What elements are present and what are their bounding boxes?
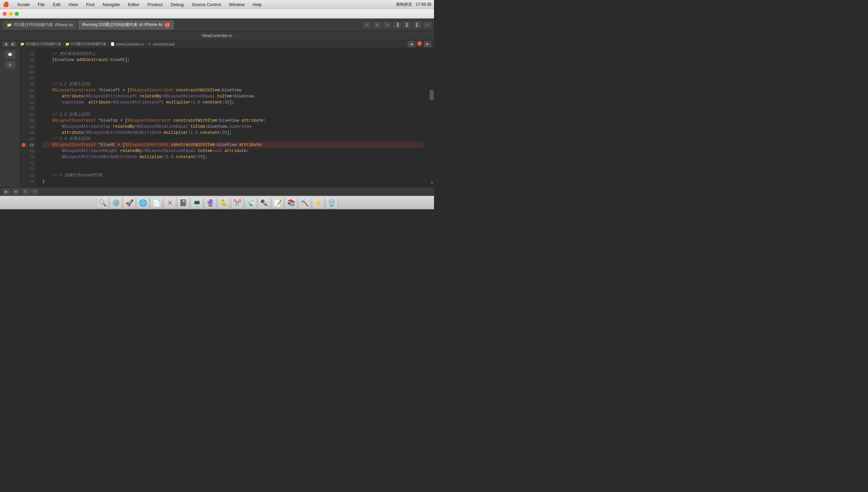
running-tab[interactable]: Running 010通过代码创建约束 on iPhone 4s ⚠ 1 bbox=[78, 20, 174, 30]
code-line-64: NSLayoutConstraint *blueTop = [NSLayoutC… bbox=[43, 118, 423, 124]
dock-wps[interactable]: 📝 bbox=[272, 197, 283, 208]
line-72: 72 bbox=[20, 166, 37, 172]
error-count: 1 bbox=[168, 23, 170, 27]
dock-documents[interactable]: 📄 bbox=[151, 197, 162, 208]
menubar: 🍎 Xcode File Edit View Find Navigate Edi… bbox=[0, 0, 434, 9]
line-70: 70 bbox=[20, 154, 37, 160]
jump-button[interactable]: ↪ bbox=[383, 22, 391, 28]
breadcrumb-method[interactable]: -viewDidLoad bbox=[152, 42, 175, 46]
dock-terminal[interactable]: 💻 bbox=[191, 197, 202, 208]
dock-onenote[interactable]: 📓 bbox=[178, 197, 189, 208]
line-63: 63 bbox=[20, 112, 37, 118]
dock-filezilla[interactable]: 📡 bbox=[245, 197, 256, 208]
right-scrollbar[interactable]: ⊕ bbox=[429, 48, 434, 187]
next-issue-button[interactable]: ▶ bbox=[424, 41, 431, 47]
dock-safari[interactable]: 🌐 bbox=[137, 197, 149, 208]
line-65: 65 bbox=[20, 124, 37, 130]
line-71: 71 bbox=[20, 160, 37, 166]
maximize-button[interactable] bbox=[15, 12, 19, 16]
code-line-62 bbox=[43, 105, 423, 112]
code-line-74: } bbox=[43, 178, 423, 184]
line-66: 66 bbox=[20, 130, 37, 136]
code-line-58: // 1.2 距离左边30 bbox=[43, 81, 423, 87]
code-content[interactable]: // 把约束添加到控件上 [blueView addConstraint:blu… bbox=[37, 48, 429, 187]
breadcrumb-bar: ◀ ▶ 📁 010通过代码创建约束 › 📁 010通过代码创建约束 › 📄 Vi… bbox=[0, 40, 434, 48]
editor-title: ViewController.m bbox=[202, 33, 232, 38]
dock-graphisoft[interactable]: ✂️ bbox=[231, 197, 243, 208]
nav-next-button[interactable]: ▶ bbox=[10, 42, 16, 47]
line-62: 62 bbox=[20, 105, 37, 112]
line-61: 61 bbox=[20, 99, 37, 105]
refresh-button[interactable]: ↻ bbox=[373, 22, 381, 28]
panel-center-button[interactable]: ▌ bbox=[404, 22, 411, 28]
code-line-72 bbox=[43, 166, 423, 172]
minimize-button[interactable] bbox=[9, 12, 13, 16]
code-line-69: NSLayoutAttributeHeight relatedBy:NSLayo… bbox=[43, 148, 423, 154]
menu-editor[interactable]: Editor bbox=[127, 1, 141, 8]
breadcrumb-folder[interactable]: 010通过代码创建约束 bbox=[71, 42, 106, 47]
device-name: iPhone 4s bbox=[55, 23, 73, 27]
folder-icon-2: 📁 bbox=[65, 42, 69, 46]
dock-python[interactable]: 🐍 bbox=[218, 197, 229, 208]
scrollbar-thumb[interactable] bbox=[430, 90, 434, 100]
tabbar: 📁 010通过代码创建约束 iPhone 4s Running 010通过代码创… bbox=[0, 19, 434, 31]
structure-button[interactable]: ≡ bbox=[363, 22, 371, 28]
menu-debug[interactable]: Debug bbox=[170, 1, 185, 8]
menu-file[interactable]: File bbox=[36, 1, 46, 8]
project-tab[interactable]: 📁 010通过代码创建约束 iPhone 4s bbox=[3, 20, 77, 30]
main-content: 💬 ⊞ 53 54 55 56 57 58 59 60 61 62 63 64 … bbox=[0, 48, 434, 187]
menu-find[interactable]: Find bbox=[84, 1, 96, 8]
run-button[interactable]: ▶ bbox=[3, 189, 10, 195]
panel-left-button[interactable]: ▐ bbox=[394, 22, 401, 28]
breadcrumb-file[interactable]: ViewController.m bbox=[116, 42, 144, 46]
code-line-60: attribute:NSLayoutAttributeLeft relatedB… bbox=[43, 93, 423, 99]
breadcrumb-project[interactable]: 010通过代码创建约束 bbox=[26, 42, 61, 47]
close-button[interactable] bbox=[3, 12, 7, 16]
folder-icon: 📁 bbox=[20, 42, 24, 46]
input-method: 搜狗拼音 bbox=[396, 2, 412, 7]
line-67: 67 bbox=[20, 136, 37, 142]
console-button[interactable]: 💬 bbox=[5, 51, 15, 58]
panel-right-button[interactable]: ▌ bbox=[414, 22, 421, 28]
code-line-67: // 1.4 距离右边30 bbox=[43, 136, 423, 142]
dock-xmark[interactable]: ✕ bbox=[164, 197, 176, 208]
menu-xcode[interactable]: Xcode bbox=[16, 1, 31, 8]
prev-issue-button[interactable]: ◀ bbox=[408, 41, 415, 47]
dock-system-prefs[interactable]: ⚙️ bbox=[110, 197, 122, 208]
dock-dict[interactable]: 📚 bbox=[286, 197, 297, 208]
step-button[interactable]: ↷ bbox=[31, 189, 39, 195]
method-icon: ⚙ bbox=[148, 42, 151, 46]
breadcrumb-sep-1: › bbox=[63, 42, 64, 46]
add-editor-button[interactable]: + bbox=[424, 22, 431, 28]
window-chrome bbox=[0, 9, 434, 19]
menu-edit[interactable]: Edit bbox=[52, 1, 62, 8]
menu-navigate[interactable]: Navigate bbox=[101, 1, 121, 8]
menu-source-control[interactable]: Source Control bbox=[190, 1, 222, 8]
bottom-toolbar: ▶ ■ ⏸ ↷ bbox=[0, 187, 434, 196]
dock-vector[interactable]: ✒️ bbox=[258, 197, 270, 208]
dock-trash[interactable]: 🗑️ bbox=[326, 197, 337, 208]
menu-view[interactable]: View bbox=[67, 1, 79, 8]
line-58: 58 bbox=[20, 81, 37, 87]
apple-menu[interactable]: 🍎 bbox=[3, 1, 9, 7]
breadcrumb-sep-2: › bbox=[108, 42, 109, 46]
menu-product[interactable]: Product bbox=[146, 1, 164, 8]
nav-prev-button[interactable]: ◀ bbox=[3, 42, 9, 47]
editor-area: 53 54 55 56 57 58 59 60 61 62 63 64 65 6… bbox=[20, 48, 434, 187]
dock-transmit[interactable]: 🔮 bbox=[204, 197, 216, 208]
dock-launchpad[interactable]: 🚀 bbox=[124, 197, 135, 208]
code-line-53: // 把约束添加到控件上 bbox=[43, 51, 423, 57]
stop-button[interactable]: ■ bbox=[12, 189, 20, 195]
grid-button[interactable]: ⊞ bbox=[5, 61, 15, 68]
pause-button[interactable]: ⏸ bbox=[22, 189, 29, 195]
dock-finder[interactable]: 🔍 bbox=[97, 197, 108, 208]
dock-xcode-app[interactable]: 🔨 bbox=[299, 197, 310, 208]
code-line-70: NSLayoutAttributeNotAnAttribute multipli… bbox=[43, 154, 423, 160]
running-label: Running 010通过代码创建约束 on iPhone 4s bbox=[82, 22, 162, 28]
line-54: 54 bbox=[20, 57, 37, 63]
line-55: 55 bbox=[20, 63, 37, 69]
menu-window[interactable]: Window bbox=[228, 1, 246, 8]
dock-dash[interactable]: ⚡ bbox=[312, 197, 324, 208]
file-icon: 📄 bbox=[110, 42, 115, 46]
menu-help[interactable]: Help bbox=[251, 1, 263, 8]
